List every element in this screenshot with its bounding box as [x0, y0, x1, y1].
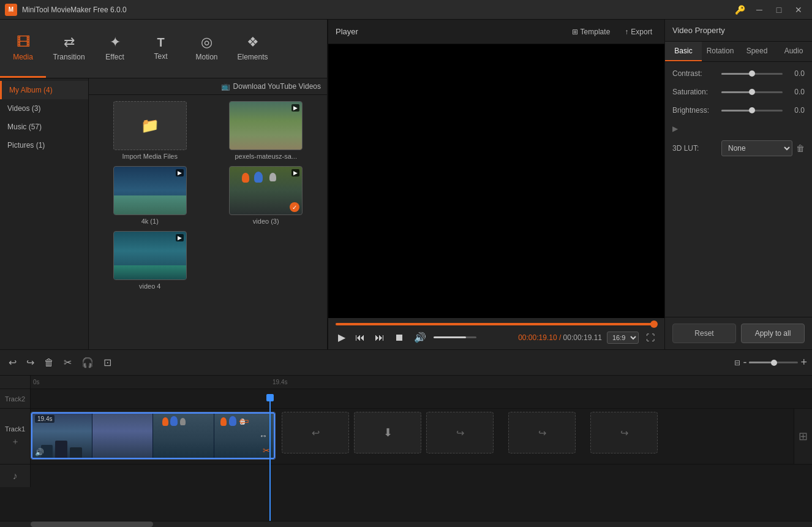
- tab-basic[interactable]: Basic: [665, 42, 702, 61]
- motion-icon: ◎: [201, 34, 212, 50]
- contrast-row: Contrast: 0.0: [672, 69, 805, 78]
- saturation-slider-container: 0.0: [721, 88, 805, 96]
- cut-btn[interactable]: ✂: [60, 354, 75, 371]
- slot-3[interactable]: ↪: [508, 412, 576, 453]
- track1-label: Track1: [5, 425, 25, 433]
- slot-1[interactable]: ↩: [282, 412, 349, 453]
- brightness-slider[interactable]: [721, 110, 783, 112]
- contrast-fill: [721, 73, 752, 75]
- template-icon: ⊞: [572, 28, 578, 36]
- delete-btn[interactable]: 🗑: [40, 355, 58, 371]
- contrast-slider[interactable]: [721, 73, 783, 75]
- video3-vid-badge: ▶: [291, 169, 299, 176]
- timeline-toolbar: ↩ ↪ 🗑 ✂ 🎧 ⊡ ⊟ - +: [0, 350, 812, 376]
- media-video4-item[interactable]: ▶ video 4: [95, 231, 205, 290]
- collapse-arrow[interactable]: ▶: [672, 124, 678, 133]
- redo-btn[interactable]: ↪: [23, 354, 38, 371]
- zoom-in-btn[interactable]: +: [800, 356, 807, 369]
- volume-slider[interactable]: [434, 336, 476, 338]
- controls-row: ▶ ⏮ ⏭ ⏹ 🔊 00:00:19.10 / 00:00:19.11 16:9…: [336, 330, 657, 344]
- media-pexels-item[interactable]: ▶ pexels-mateusz-sa...: [211, 101, 321, 160]
- video-area: [328, 44, 664, 318]
- crop-btn[interactable]: ⊡: [100, 354, 115, 371]
- stop-btn[interactable]: ⏹: [392, 331, 407, 344]
- video-black: [328, 96, 664, 267]
- media-4k-item[interactable]: ▶ 4k (1): [95, 166, 205, 225]
- transition-icon: ⇄: [64, 34, 75, 50]
- reset-button[interactable]: Reset: [672, 324, 736, 343]
- fullscreen-btn[interactable]: ⛶: [644, 332, 657, 344]
- saturation-value: 0.0: [786, 88, 805, 96]
- maximize-btn[interactable]: □: [770, 3, 788, 17]
- toolbar-media[interactable]: 🎞 Media: [0, 20, 46, 78]
- toolbar-transition[interactable]: ⇄ Transition: [46, 20, 92, 78]
- sidebar-item-music[interactable]: Music (57): [0, 118, 88, 136]
- 4k-thumb: ▶: [113, 166, 187, 215]
- toolbar-motion[interactable]: ◎ Motion: [184, 20, 230, 78]
- tab-audio[interactable]: Audio: [775, 42, 812, 61]
- pexels-label: pexels-mateusz-sa...: [235, 153, 297, 160]
- brightness-thumb: [749, 107, 755, 113]
- undo-btn[interactable]: ↩: [5, 354, 20, 371]
- zoom-slider[interactable]: [749, 362, 798, 363]
- close-btn[interactable]: ✕: [790, 3, 807, 17]
- contrast-value: 0.0: [786, 69, 805, 78]
- play-btn[interactable]: ▶: [336, 330, 348, 344]
- add-track-icon[interactable]: ＋: [11, 436, 20, 447]
- progress-bar[interactable]: [336, 323, 657, 325]
- sidebar-item-my-album[interactable]: My Album (4): [0, 81, 88, 99]
- property-panel: Video Property Basic Rotation Speed Audi…: [665, 20, 812, 349]
- slot-3-arrow: ↪: [538, 427, 546, 439]
- audio-btn[interactable]: 🎧: [78, 354, 97, 371]
- media-video3-item[interactable]: ▶ ✓ video (3): [211, 166, 321, 225]
- video4-label: video 4: [139, 282, 160, 290]
- timeline-scrollbar[interactable]: [0, 521, 812, 527]
- sidebar-item-pictures[interactable]: Pictures (1): [0, 136, 88, 154]
- track1-area: Track1 ＋ ⇦: [0, 409, 812, 464]
- toolbar-text[interactable]: T Text: [138, 20, 184, 78]
- app-title: MiniTool MovieMaker Free 6.0.0: [22, 6, 731, 14]
- lut-select[interactable]: None Cinematic Warm Cool: [721, 140, 792, 156]
- minimize-btn[interactable]: ─: [751, 3, 768, 17]
- slot-4[interactable]: ↪: [590, 412, 658, 453]
- download-youtube-btn[interactable]: 📺 Download YouTube Videos: [221, 82, 321, 91]
- apply-to-all-button[interactable]: Apply to all: [741, 324, 805, 343]
- saturation-slider[interactable]: [721, 91, 783, 93]
- toolbar-elements[interactable]: ❖ Elements: [230, 20, 276, 78]
- zoom-fill: [749, 362, 773, 363]
- slot-2[interactable]: ↪: [426, 412, 494, 453]
- import-thumb: 📁: [113, 101, 187, 150]
- brightness-value: 0.0: [786, 106, 805, 115]
- next-frame-btn[interactable]: ⏭: [372, 331, 387, 344]
- zoom-out-btn[interactable]: -: [743, 356, 746, 369]
- download-label: Download YouTube Videos: [233, 82, 321, 91]
- tab-speed[interactable]: Speed: [739, 42, 775, 61]
- key-btn[interactable]: 🔑: [731, 3, 748, 17]
- toolbar-transition-label: Transition: [53, 53, 85, 61]
- lut-delete-btn[interactable]: 🗑: [796, 143, 805, 153]
- sidebar-item-videos[interactable]: Videos (3): [0, 99, 88, 118]
- timeline-body: 0s 19.4s Track2 Track1 ＋: [0, 376, 812, 521]
- template-label: Template: [581, 28, 611, 36]
- media-import-item[interactable]: 📁 Import Media Files: [95, 101, 205, 160]
- audio-track-row: ♪: [0, 464, 812, 487]
- slot-download[interactable]: ⬇: [354, 412, 421, 453]
- toolbar-text-label: Text: [154, 52, 167, 61]
- template-btn[interactable]: ⊞ Template: [567, 25, 615, 39]
- tab-rotation[interactable]: Rotation: [702, 42, 739, 61]
- export-btn[interactable]: ↑ Export: [620, 25, 657, 39]
- toolbar-media-label: Media: [13, 53, 33, 61]
- add-track-side[interactable]: ⊞: [794, 409, 812, 464]
- saturation-thumb: [749, 89, 755, 95]
- pexels-vid-badge: ▶: [291, 104, 299, 112]
- ruler-0s: 0s: [33, 379, 40, 385]
- time-display: 00:00:19.10 / 00:00:19.11: [518, 333, 602, 342]
- toolbar-effect[interactable]: ✦ Effect: [92, 20, 138, 78]
- volume-icon[interactable]: 🔊: [412, 330, 429, 344]
- aspect-ratio-select[interactable]: 16:9 9:16 4:3 1:1: [607, 332, 639, 344]
- property-tabs: Basic Rotation Speed Audio: [665, 42, 812, 62]
- contrast-thumb: [749, 70, 755, 77]
- toolbar-elements-label: Elements: [237, 53, 268, 61]
- zoom-thumb: [771, 360, 777, 366]
- prev-frame-btn[interactable]: ⏮: [353, 331, 367, 344]
